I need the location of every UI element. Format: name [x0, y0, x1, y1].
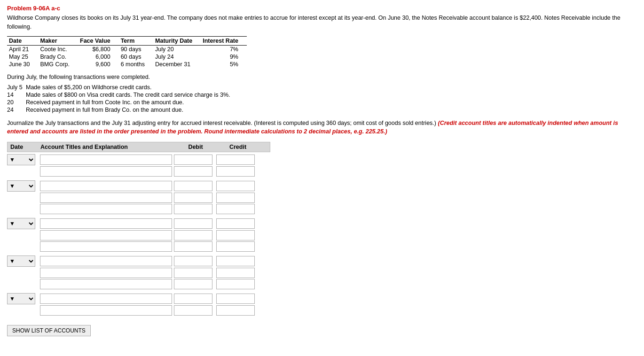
debit-input[interactable]	[174, 305, 212, 316]
credit-input[interactable]	[216, 241, 255, 252]
account-input[interactable]	[40, 218, 172, 229]
journal-entry-group: ▼ July 5 July 14 July 20 July 24 July 31	[7, 180, 637, 214]
debit-input[interactable]	[174, 256, 212, 266]
account-input[interactable]	[40, 279, 172, 289]
col-header-interest-rate: Interest Rate	[201, 36, 247, 45]
date-select[interactable]: ▼ July 5 July 14 July 20 July 24 July 31	[7, 293, 35, 304]
journal-col-date: Date	[8, 144, 40, 150]
cell-face-value: 6,000	[78, 53, 119, 61]
journal-row	[7, 279, 637, 289]
journal-entry-group: ▼ July 5 July 14 July 20 July 24 July 31	[7, 255, 637, 289]
cell-maker: Coote Inc.	[38, 45, 78, 53]
debit-input[interactable]	[174, 268, 212, 278]
transaction-date: 20	[7, 99, 26, 106]
account-input[interactable]	[40, 268, 172, 278]
col-header-face-value: Face Value	[78, 36, 119, 45]
col-header-maturity-date: Maturity Date	[153, 36, 201, 45]
list-item: 14 Made sales of $800 on Visa credit car…	[7, 92, 637, 98]
journal-row	[7, 193, 637, 203]
debit-input[interactable]	[174, 218, 212, 229]
journal-entry-group: ▼ July 5 July 14 July 20 July 24 July 31	[7, 293, 637, 316]
cell-maker: BMG Corp.	[38, 61, 78, 68]
transaction-desc: Made sales of $800 on Visa credit cards.…	[26, 92, 637, 98]
list-item: 24 Received payment in full from Brady C…	[7, 107, 637, 113]
journal-row	[7, 305, 637, 316]
credit-input[interactable]	[216, 181, 255, 191]
journal-entries: ▼ July 5 July 14 July 20 July 24 July 31	[7, 154, 637, 316]
transactions-title: During July, the following transactions …	[7, 74, 637, 80]
col-header-date: Date	[7, 36, 38, 45]
cell-maturity-date: July 20	[153, 45, 201, 53]
debit-input[interactable]	[174, 294, 212, 304]
debit-input[interactable]	[174, 155, 212, 165]
table-row: May 25 Brady Co. 6,000 60 days July 24 9…	[7, 53, 247, 61]
transaction-list: July 5 Made sales of $5,200 on Wildhorse…	[7, 84, 637, 113]
list-item: 20 Received payment in full from Coote I…	[7, 99, 637, 106]
credit-input[interactable]	[216, 305, 255, 316]
debit-input[interactable]	[174, 166, 212, 177]
debit-input[interactable]	[174, 279, 212, 289]
col-header-term: Term	[119, 36, 153, 45]
credit-input[interactable]	[216, 294, 255, 304]
transaction-date: July 5	[7, 84, 26, 91]
transaction-desc: Made sales of $5,200 on Wildhorse credit…	[26, 84, 637, 91]
transaction-desc: Received payment in full from Brady Co. …	[26, 107, 637, 113]
journal-header: Date Account Titles and Explanation Debi…	[7, 142, 270, 152]
problem-title: Problem 9-06A a-c	[7, 5, 637, 12]
account-input[interactable]	[40, 241, 172, 252]
journal-row: ▼ July 5 July 14 July 20 July 24 July 31	[7, 218, 637, 229]
account-input[interactable]	[40, 166, 172, 177]
journal-col-account: Account Titles and Explanation	[40, 144, 174, 150]
cell-interest-rate: 7%	[201, 45, 247, 53]
credit-input[interactable]	[216, 166, 255, 177]
debit-input[interactable]	[174, 204, 212, 214]
date-select[interactable]: ▼ July 5 July 14 July 20 July 24 July 31	[7, 154, 35, 165]
journal-entry-group: ▼ July 5 July 14 July 20 July 24 July 31	[7, 218, 637, 252]
debit-input[interactable]	[174, 241, 212, 252]
intro-text: Wildhorse Company closes its books on it…	[7, 14, 637, 31]
credit-input[interactable]	[216, 193, 255, 203]
journal-row	[7, 204, 637, 214]
credit-input[interactable]	[216, 155, 255, 165]
account-input[interactable]	[40, 204, 172, 214]
cell-interest-rate: 5%	[201, 61, 247, 68]
account-input[interactable]	[40, 193, 172, 203]
credit-input[interactable]	[216, 230, 255, 240]
journal-row	[7, 166, 637, 177]
notes-receivable-table: Date Maker Face Value Term Maturity Date…	[7, 36, 247, 68]
account-input[interactable]	[40, 305, 172, 316]
cell-face-value: 9,600	[78, 61, 119, 68]
account-input[interactable]	[40, 256, 172, 266]
credit-input[interactable]	[216, 268, 255, 278]
instruction-normal: Journalize the July transactions and the…	[7, 120, 436, 126]
journal-row	[7, 230, 637, 240]
journal-row: ▼ July 5 July 14 July 20 July 24 July 31	[7, 154, 637, 165]
transaction-date: 24	[7, 107, 26, 113]
cell-date: April 21	[7, 45, 38, 53]
credit-input[interactable]	[216, 256, 255, 266]
cell-maker: Brady Co.	[38, 53, 78, 61]
account-input[interactable]	[40, 155, 172, 165]
debit-input[interactable]	[174, 193, 212, 203]
show-list-button[interactable]: SHOW LIST OF ACCOUNTS	[7, 325, 91, 336]
debit-input[interactable]	[174, 181, 212, 191]
table-row: June 30 BMG Corp. 9,600 6 months Decembe…	[7, 61, 247, 68]
account-input[interactable]	[40, 181, 172, 191]
credit-input[interactable]	[216, 279, 255, 289]
credit-input[interactable]	[216, 218, 255, 229]
journal-row	[7, 241, 637, 252]
date-select[interactable]: ▼ July 5 July 14 July 20 July 24 July 31	[7, 218, 35, 229]
transaction-desc: Received payment in full from Coote Inc.…	[26, 99, 637, 106]
debit-input[interactable]	[174, 230, 212, 240]
journal-row: ▼ July 5 July 14 July 20 July 24 July 31	[7, 293, 637, 304]
account-input[interactable]	[40, 230, 172, 240]
transaction-date: 14	[7, 92, 26, 98]
list-item: July 5 Made sales of $5,200 on Wildhorse…	[7, 84, 637, 91]
date-select[interactable]: ▼ July 5 July 14 July 20 July 24 July 31	[7, 180, 35, 192]
account-input[interactable]	[40, 294, 172, 304]
cell-date: June 30	[7, 61, 38, 68]
date-select[interactable]: ▼ July 5 July 14 July 20 July 24 July 31	[7, 255, 35, 267]
cell-term: 6 months	[119, 61, 153, 68]
credit-input[interactable]	[216, 204, 255, 214]
journal-row	[7, 268, 637, 278]
